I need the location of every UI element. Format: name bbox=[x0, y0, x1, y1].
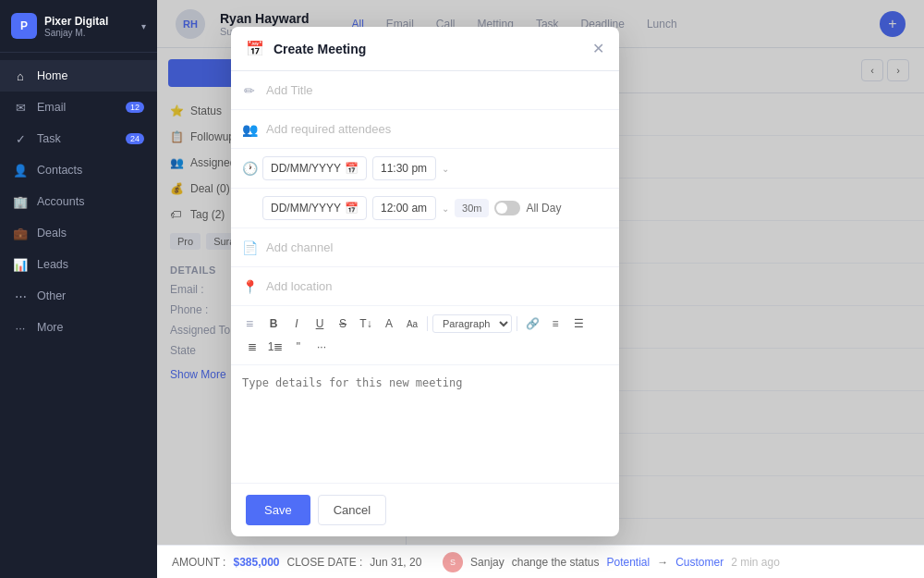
sidebar-item-task[interactable]: ✓ Task 24 bbox=[0, 123, 157, 154]
email-icon: ✉ bbox=[13, 100, 28, 115]
font-size-button[interactable]: Aa bbox=[402, 314, 422, 334]
editor-icon: ≡ bbox=[242, 316, 257, 331]
activity-user-name: Sanjay bbox=[470, 556, 505, 569]
company-user: Sanjay M. bbox=[44, 28, 108, 38]
sidebar-item-home[interactable]: ⌂ Home bbox=[0, 60, 157, 92]
close-date-value: Jun 31, 20 bbox=[370, 556, 421, 569]
nav-label-home: Home bbox=[37, 69, 67, 82]
sidebar-logo[interactable]: P Pixer Digital Sanjay M. ▾ bbox=[0, 0, 157, 53]
logo-text: Pixer Digital Sanjay M. bbox=[44, 15, 108, 38]
duration-badge: 30m bbox=[455, 199, 489, 217]
modal-header-icon: 📅 bbox=[246, 40, 264, 57]
list-button[interactable]: ≣ bbox=[242, 337, 262, 357]
location-field: 📍 bbox=[231, 267, 619, 306]
align-left-button[interactable]: ≡ bbox=[545, 314, 565, 334]
contacts-icon: 👤 bbox=[13, 163, 28, 178]
calendar-icon-1: 📅 bbox=[345, 162, 359, 175]
location-input[interactable] bbox=[266, 279, 608, 293]
cancel-button[interactable]: Cancel bbox=[318, 495, 386, 525]
nav-label-other: Other bbox=[37, 289, 66, 302]
toolbar-divider-1 bbox=[427, 316, 428, 331]
chevron-down-icon: ▾ bbox=[141, 21, 146, 31]
date-picker-2[interactable]: DD/MM/YYYY 📅 bbox=[262, 196, 367, 220]
sidebar-nav: ⌂ Home ✉ Email 12 ✓ Task 24 👤 Contacts 🏢… bbox=[0, 53, 157, 578]
italic-button[interactable]: I bbox=[286, 314, 307, 334]
accounts-icon: 🏢 bbox=[13, 194, 28, 209]
close-date-label: CLOSE DATE : bbox=[287, 556, 363, 569]
paragraph-select[interactable]: Paragraph bbox=[432, 314, 512, 333]
other-icon: ⋯ bbox=[13, 289, 28, 303]
nav-label-leads: Leads bbox=[37, 258, 68, 271]
clock-icon: 🕐 bbox=[242, 161, 257, 176]
meeting-title-field: ✏ bbox=[231, 71, 619, 110]
datetime-row-2: 🕐 DD/MM/YYYY 📅 12:00 am ⌄ 30m All Day bbox=[231, 189, 619, 228]
time-select-2[interactable]: 12:00 am bbox=[372, 196, 436, 220]
quote-button[interactable]: " bbox=[288, 337, 309, 357]
sidebar-item-contacts[interactable]: 👤 Contacts bbox=[0, 154, 157, 186]
bottom-bar: AMOUNT : $385,000 CLOSE DATE : Jun 31, 2… bbox=[157, 545, 924, 578]
ordered-list-button[interactable]: 1≣ bbox=[265, 337, 286, 357]
underline-button[interactable]: U bbox=[310, 314, 330, 334]
time-select-arrow-2: ⌄ bbox=[442, 203, 449, 214]
pencil-icon: ✏ bbox=[242, 83, 257, 98]
modal-close-button[interactable]: ✕ bbox=[592, 40, 604, 57]
leads-icon: 📊 bbox=[13, 257, 28, 272]
modal-overlay: 📅 Create Meeting ✕ ✏ 👥 🕐 bbox=[157, 0, 924, 545]
sidebar-item-more[interactable]: ··· More bbox=[0, 312, 157, 343]
create-meeting-modal: 📅 Create Meeting ✕ ✏ 👥 🕐 bbox=[231, 27, 619, 536]
sidebar-item-accounts[interactable]: 🏢 Accounts bbox=[0, 186, 157, 217]
modal-body: ✏ 👥 🕐 DD/MM/YYYY 📅 11:30 pm bbox=[231, 71, 619, 483]
status-arrow: → bbox=[657, 556, 668, 569]
save-button[interactable]: Save bbox=[246, 495, 310, 525]
meeting-details-textarea[interactable] bbox=[242, 376, 608, 469]
date-value-2: DD/MM/YYYY bbox=[271, 202, 341, 215]
sidebar-item-deals[interactable]: 💼 Deals bbox=[0, 217, 157, 249]
bold-button[interactable]: B bbox=[263, 314, 284, 334]
email-badge: 12 bbox=[126, 102, 144, 113]
sidebar-item-other[interactable]: ⋯ Other bbox=[0, 280, 157, 312]
date-value-1: DD/MM/YYYY bbox=[271, 162, 341, 175]
sidebar-item-leads[interactable]: 📊 Leads bbox=[0, 249, 157, 280]
modal-footer: Save Cancel bbox=[231, 483, 619, 536]
people-icon: 👥 bbox=[242, 122, 257, 137]
text-color-button[interactable]: T↓ bbox=[356, 314, 376, 334]
more-icon: ··· bbox=[13, 320, 28, 335]
modal-title: Create Meeting bbox=[274, 42, 366, 56]
amount-label: AMOUNT : bbox=[172, 556, 225, 569]
nav-label-more: More bbox=[37, 321, 63, 334]
highlight-button[interactable]: A bbox=[379, 314, 399, 334]
date-picker-1[interactable]: DD/MM/YYYY 📅 bbox=[262, 156, 367, 180]
nav-label-accounts: Accounts bbox=[37, 195, 84, 208]
toggle-knob bbox=[496, 203, 507, 214]
time-select-1[interactable]: 11:30 pm bbox=[372, 156, 436, 180]
channel-input[interactable] bbox=[266, 240, 608, 254]
channel-field: 📄 bbox=[231, 228, 619, 267]
deals-icon: 💼 bbox=[13, 226, 28, 240]
sidebar: P Pixer Digital Sanjay M. ▾ ⌂ Home ✉ Ema… bbox=[0, 0, 157, 578]
location-pin-icon: 📍 bbox=[242, 279, 257, 294]
align-center-button[interactable]: ☰ bbox=[568, 314, 589, 334]
datetime-row-1: 🕐 DD/MM/YYYY 📅 11:30 pm ⌄ bbox=[231, 149, 619, 189]
editor-toolbar: ≡ B I U S T↓ A Aa Paragraph 🔗 ≡ ☰ bbox=[231, 306, 619, 365]
company-name: Pixer Digital bbox=[44, 15, 108, 28]
link-button[interactable]: 🔗 bbox=[522, 314, 542, 334]
activity-user-avatar: S bbox=[443, 552, 463, 572]
strikethrough-button[interactable]: S bbox=[333, 314, 353, 334]
modal-header: 📅 Create Meeting ✕ bbox=[231, 27, 619, 71]
editor-area bbox=[231, 365, 619, 483]
all-day-toggle[interactable] bbox=[494, 201, 520, 215]
attendees-input[interactable] bbox=[266, 122, 608, 136]
allday-label: All Day bbox=[526, 202, 561, 215]
sidebar-item-email[interactable]: ✉ Email 12 bbox=[0, 92, 157, 123]
task-badge: 24 bbox=[126, 133, 144, 144]
nav-label-contacts: Contacts bbox=[37, 164, 82, 177]
more-toolbar-button[interactable]: ··· bbox=[311, 337, 332, 357]
status-to: Customer bbox=[675, 556, 723, 569]
amount-value: $385,000 bbox=[233, 556, 279, 569]
nav-label-deals: Deals bbox=[37, 227, 67, 240]
meeting-title-input[interactable] bbox=[266, 83, 608, 97]
toolbar-divider-2 bbox=[517, 316, 517, 331]
activity-text: change the status bbox=[512, 556, 600, 569]
status-from: Potential bbox=[606, 556, 650, 569]
logo-icon: P bbox=[11, 13, 37, 39]
